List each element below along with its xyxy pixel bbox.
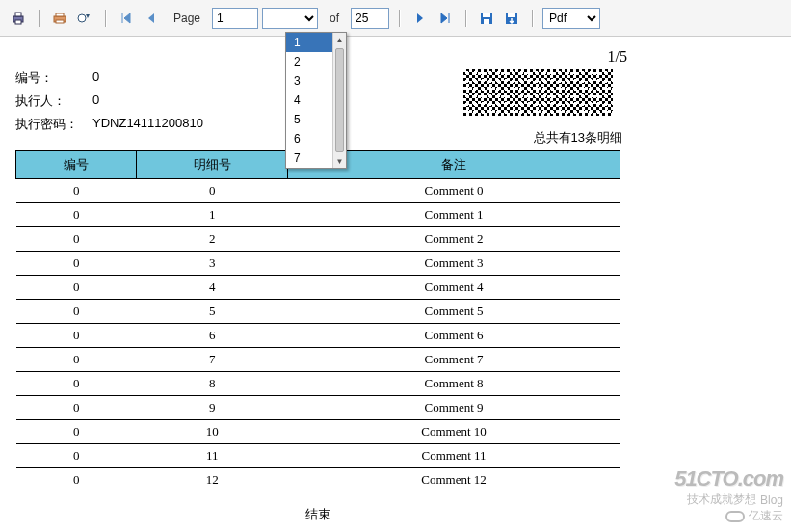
- totals-text: 总共有13条明细: [534, 129, 622, 146]
- table-row: 08Comment 8: [16, 372, 620, 396]
- table-row: 03Comment 3: [16, 252, 620, 276]
- watermark-logo: 51CTO.com: [674, 466, 783, 492]
- report-body: 1/5 总共有13条明细 编号： 0 执行人： 0 执行密码： YDNZ1411…: [0, 37, 791, 532]
- svg-rect-5: [56, 20, 64, 23]
- table-row: 05Comment 5: [16, 300, 620, 324]
- svg-rect-4: [56, 13, 64, 16]
- dropdown-item[interactable]: 4: [286, 91, 332, 110]
- table-row: 012Comment 12: [16, 468, 620, 492]
- separator: [399, 10, 400, 27]
- svg-rect-9: [484, 19, 489, 24]
- col-header-detail: 明细号: [137, 151, 288, 179]
- dropdown-item[interactable]: 6: [286, 129, 332, 148]
- svg-point-6: [78, 14, 86, 22]
- page-label: Page: [166, 12, 208, 25]
- table-row: 02Comment 2: [16, 227, 620, 252]
- table-row: 07Comment 7: [16, 348, 620, 372]
- print-alt-icon[interactable]: [49, 8, 70, 29]
- save-as-icon[interactable]: [501, 8, 522, 29]
- table-row: 04Comment 4: [16, 276, 620, 300]
- format-select[interactable]: Pdf: [542, 8, 600, 29]
- page-indicator: 1/5: [608, 48, 627, 66]
- table-row: 06Comment 6: [16, 324, 620, 348]
- field-id-value: 0: [92, 69, 266, 87]
- detail-table: 编号 明细号 备注 00Comment 001Comment 102Commen…: [15, 150, 620, 492]
- scroll-thumb[interactable]: [335, 48, 344, 152]
- dropdown-item[interactable]: 5: [286, 110, 332, 129]
- dropdown-item[interactable]: 1: [286, 33, 332, 52]
- cloud-icon: [725, 511, 745, 522]
- save-icon[interactable]: [476, 8, 497, 29]
- dropdown-item[interactable]: 7: [286, 148, 332, 168]
- separator: [465, 10, 466, 27]
- page-select[interactable]: [262, 8, 318, 29]
- table-row: 01Comment 1: [16, 203, 620, 227]
- field-pwd-label: 执行密码：: [15, 116, 92, 133]
- next-page-icon[interactable]: [409, 8, 431, 29]
- svg-rect-1: [15, 13, 21, 16]
- prev-page-icon[interactable]: [141, 8, 162, 29]
- field-exec-value: 0: [92, 93, 266, 110]
- total-pages-input[interactable]: [351, 8, 389, 29]
- svg-rect-11: [508, 13, 515, 17]
- last-page-icon[interactable]: [435, 8, 456, 29]
- table-row: 00Comment 0: [16, 179, 620, 203]
- table-row: 09Comment 9: [16, 396, 620, 420]
- page-input[interactable]: [212, 8, 258, 29]
- col-header-id: 编号: [16, 151, 137, 179]
- field-exec-label: 执行人：: [15, 93, 92, 110]
- scroll-up-icon[interactable]: ▲: [333, 33, 346, 46]
- dropdown-item[interactable]: 3: [286, 71, 332, 91]
- separator: [39, 10, 40, 27]
- svg-rect-2: [15, 20, 21, 24]
- dropdown-item[interactable]: 2: [286, 52, 332, 71]
- table-row: 011Comment 11: [16, 444, 620, 468]
- separator: [532, 10, 533, 27]
- page-dropdown: 1234567 ▲ ▼: [285, 32, 347, 169]
- barcode-image: [463, 69, 613, 116]
- separator: [105, 10, 106, 27]
- table-row: 010Comment 10: [16, 420, 620, 444]
- refresh-icon[interactable]: [74, 8, 95, 29]
- toolbar: Page of Pdf: [0, 0, 791, 37]
- dropdown-scrollbar[interactable]: ▲ ▼: [332, 33, 346, 168]
- field-id-label: 编号：: [15, 69, 92, 87]
- of-label: of: [322, 12, 347, 25]
- field-pwd-value: YDNZ14111200810: [92, 116, 266, 133]
- first-page-icon[interactable]: [116, 8, 137, 29]
- scroll-down-icon[interactable]: ▼: [333, 154, 346, 168]
- report-footer: 结束: [15, 506, 620, 523]
- watermark: 51CTO.com 技术成就梦想 Blog 亿速云: [674, 466, 783, 524]
- print-icon[interactable]: [8, 8, 29, 29]
- svg-rect-8: [483, 13, 490, 17]
